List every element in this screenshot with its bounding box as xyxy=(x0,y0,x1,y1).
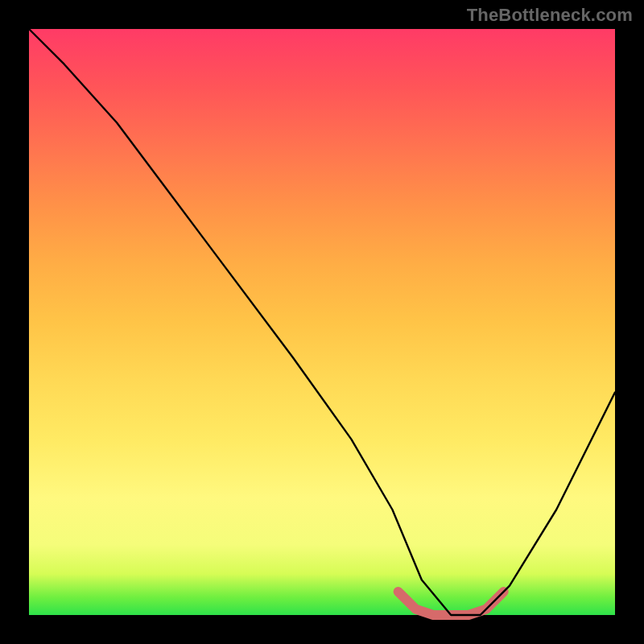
plot-area xyxy=(29,29,615,615)
chart-stage: TheBottleneck.com xyxy=(0,0,644,644)
bottleneck-curve-path xyxy=(29,29,615,615)
optimal-highlight-path xyxy=(398,592,504,615)
curve-layer xyxy=(29,29,615,615)
watermark-text: TheBottleneck.com xyxy=(467,5,633,26)
